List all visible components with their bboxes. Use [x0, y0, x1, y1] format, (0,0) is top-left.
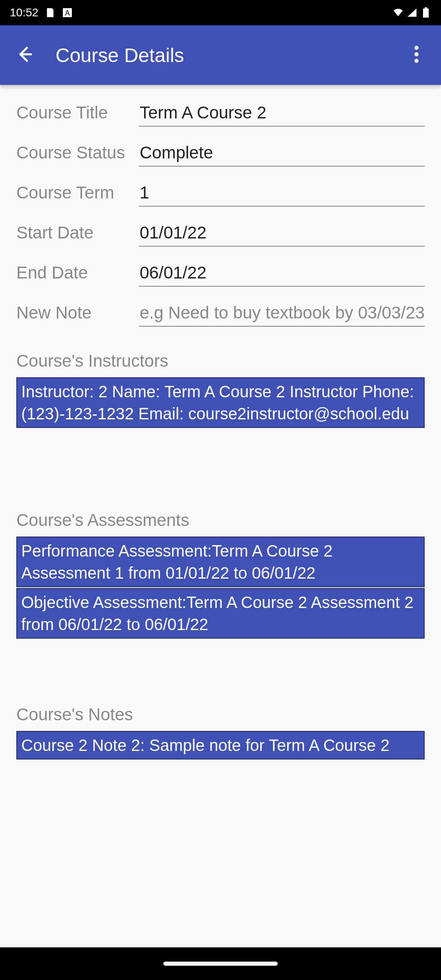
- more-options-button[interactable]: [402, 40, 431, 70]
- end-date-input[interactable]: [139, 261, 425, 287]
- course-term-input[interactable]: [139, 181, 425, 207]
- course-term-label: Course Term: [16, 183, 139, 203]
- svg-rect-3: [425, 7, 427, 9]
- start-date-row: Start Date: [16, 221, 425, 247]
- assessments-list: Performance Assessment:Term A Course 2 A…: [16, 537, 425, 639]
- course-status-input[interactable]: [139, 141, 425, 167]
- page-title: Course Details: [56, 44, 402, 67]
- app-bar: Course Details: [0, 25, 441, 85]
- more-vertical-icon: [414, 45, 419, 65]
- course-status-label: Course Status: [16, 143, 139, 163]
- instructor-item[interactable]: Instructor: 2 Name: Term A Course 2 Inst…: [16, 377, 425, 428]
- new-note-label: New Note: [16, 303, 139, 323]
- svg-point-5: [414, 46, 419, 50]
- assessment-item[interactable]: Performance Assessment:Term A Course 2 A…: [16, 537, 425, 587]
- letter-a-icon: A: [62, 7, 73, 18]
- sd-card-icon: [45, 7, 56, 18]
- status-bar: 10:52 A: [0, 0, 441, 25]
- svg-point-7: [414, 59, 419, 63]
- svg-point-6: [414, 52, 419, 56]
- start-date-input[interactable]: [139, 221, 425, 247]
- end-date-label: End Date: [16, 263, 139, 283]
- battery-icon: [421, 7, 431, 18]
- course-status-row: Course Status: [16, 141, 425, 167]
- start-date-label: Start Date: [16, 223, 139, 243]
- navigation-bar: [0, 947, 441, 980]
- course-title-input[interactable]: [139, 101, 425, 127]
- assessment-item[interactable]: Objective Assessment:Term A Course 2 Ass…: [16, 588, 425, 639]
- content-area: Course Title Course Status Course Term S…: [0, 85, 441, 777]
- course-title-row: Course Title: [16, 101, 425, 127]
- svg-text:A: A: [65, 9, 70, 17]
- signal-icon: [407, 7, 417, 18]
- new-note-row: New Note: [16, 301, 425, 327]
- course-term-row: Course Term: [16, 181, 425, 207]
- status-time: 10:52: [10, 6, 38, 19]
- course-title-label: Course Title: [16, 103, 139, 122]
- status-left: 10:52 A: [10, 6, 73, 19]
- status-right: [393, 7, 431, 18]
- wifi-icon: [393, 7, 403, 18]
- svg-rect-2: [423, 9, 429, 18]
- end-date-row: End Date: [16, 261, 425, 287]
- notes-heading: Course's Notes: [16, 705, 425, 724]
- instructors-list: Instructor: 2 Name: Term A Course 2 Inst…: [16, 377, 425, 428]
- note-item[interactable]: Course 2 Note 2: Sample note for Term A …: [16, 731, 425, 760]
- home-indicator[interactable]: [163, 962, 278, 966]
- instructors-heading: Course's Instructors: [16, 351, 425, 371]
- new-note-input[interactable]: [139, 301, 425, 327]
- notes-list: Course 2 Note 2: Sample note for Term A …: [16, 731, 425, 760]
- assessments-heading: Course's Assessments: [16, 510, 425, 530]
- back-button[interactable]: [10, 40, 39, 70]
- back-arrow-icon: [16, 45, 33, 65]
